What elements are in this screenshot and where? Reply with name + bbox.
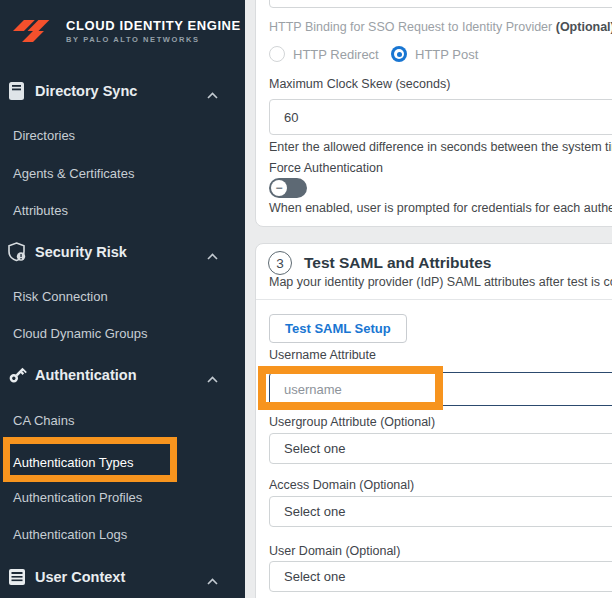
sidebar-item-attributes[interactable]: Attributes — [0, 197, 245, 223]
chevron-up-icon[interactable] — [206, 247, 219, 265]
sidebar-item-ca-chains[interactable]: CA Chains — [0, 407, 245, 433]
shield-icon — [6, 242, 28, 262]
radio-unselected-icon[interactable] — [269, 46, 285, 62]
sidebar-item-cloud-dynamic-groups[interactable]: Cloud Dynamic Groups — [0, 320, 245, 346]
toggle-off-knob-icon: − — [271, 180, 287, 196]
sidebar-section-user-context[interactable]: User Context — [0, 564, 245, 590]
sidebar-item-authentication-types[interactable]: Authentication Types — [0, 449, 245, 475]
chevron-up-icon[interactable] — [206, 86, 219, 104]
username-attribute-input[interactable] — [269, 372, 612, 406]
divider — [256, 299, 612, 300]
http-binding-label: HTTP Binding for SSO Request to Identity… — [269, 20, 612, 34]
sidebar-section-security-risk[interactable]: Security Risk — [0, 239, 245, 265]
sidebar-item-authentication-profiles[interactable]: Authentication Profiles — [0, 484, 245, 510]
http-post-radio[interactable]: HTTP Post — [391, 46, 478, 62]
sidebar-item-risk-connection[interactable]: Risk Connection — [0, 283, 245, 309]
logo-title: CLOUD IDENTITY ENGINE — [66, 18, 241, 33]
partial-input-top[interactable] — [269, 0, 612, 8]
clock-skew-label: Maximum Clock Skew (seconds) — [269, 77, 450, 91]
usergroup-attribute-select[interactable]: Select one — [269, 433, 612, 464]
list-icon — [6, 568, 28, 586]
test-saml-setup-button[interactable]: Test SAML Setup — [269, 314, 407, 343]
chevron-up-icon[interactable] — [206, 370, 219, 388]
clock-skew-help: Enter the allowed difference in seconds … — [269, 140, 612, 154]
user-domain-label: User Domain (Optional) — [269, 544, 400, 558]
http-redirect-radio[interactable]: HTTP Redirect — [269, 46, 379, 62]
section-subtitle: Map your identity provider (IdP) SAML at… — [269, 275, 612, 289]
sidebar-section-authentication[interactable]: Authentication — [0, 362, 245, 388]
sidebar: CLOUD IDENTITY ENGINE BY PALO ALTO NETWO… — [0, 0, 245, 598]
user-domain-select[interactable]: Select one — [269, 561, 612, 592]
logo-subtitle: BY PALO ALTO NETWORKS — [66, 35, 200, 44]
section-title: Test SAML and Attributes — [304, 254, 491, 272]
sidebar-item-agents-certificates[interactable]: Agents & Certificates — [0, 160, 245, 186]
usergroup-attribute-label: Usergroup Attribute (Optional) — [269, 415, 435, 429]
sidebar-section-directory-sync[interactable]: Directory Sync — [0, 78, 245, 104]
sidebar-item-directories[interactable]: Directories — [0, 122, 245, 148]
app-logo: CLOUD IDENTITY ENGINE BY PALO ALTO NETWO… — [13, 15, 238, 61]
sidebar-item-authentication-logs[interactable]: Authentication Logs — [0, 521, 245, 547]
force-auth-label: Force Authentication — [269, 161, 383, 175]
radio-selected-icon[interactable] — [391, 46, 407, 62]
cloud-identity-engine-screen: CLOUD IDENTITY ENGINE BY PALO ALTO NETWO… — [0, 0, 612, 598]
key-icon — [6, 365, 28, 385]
username-attribute-label: Username Attribute — [269, 348, 376, 362]
force-auth-help: When enabled, user is prompted for crede… — [269, 201, 612, 215]
force-auth-toggle[interactable]: − — [269, 178, 307, 198]
access-domain-select[interactable]: Select one — [269, 496, 612, 527]
clock-skew-input[interactable] — [269, 99, 612, 135]
chevron-up-icon[interactable] — [206, 572, 219, 590]
test-saml-card: 3 Test SAML and Attributes Map your iden… — [255, 243, 612, 598]
saml-config-card: HTTP Binding for SSO Request to Identity… — [255, 0, 612, 227]
palo-alto-logo-icon — [13, 17, 53, 49]
step-number-badge: 3 — [268, 251, 292, 275]
book-icon — [6, 81, 28, 101]
access-domain-label: Access Domain (Optional) — [269, 478, 414, 492]
optional-tag: (Optional) — [556, 20, 612, 34]
